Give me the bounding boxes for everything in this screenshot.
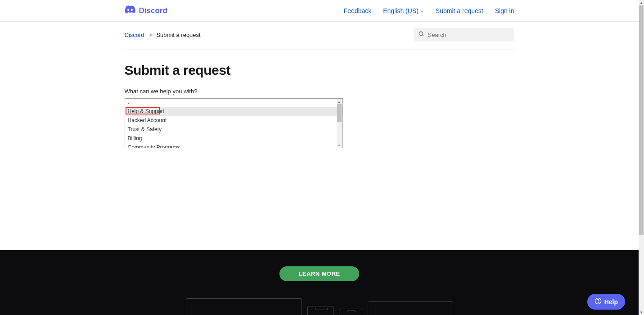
tablet-illustration: [368, 301, 453, 315]
scroll-up-arrow-icon[interactable]: ▲: [639, 0, 644, 5]
header-nav: Feedback English (US) ⌄ Submit a request…: [344, 7, 514, 14]
dropdown-option-billing[interactable]: Billing: [125, 134, 342, 143]
dropdown-option-community-programs[interactable]: Community Programs: [125, 143, 342, 148]
help-widget-label: Help: [604, 298, 618, 306]
dropdown-scrollbar[interactable]: ▲ ▼: [337, 99, 342, 147]
dropdown-list: Help & Support Hacked Account Trust & Sa…: [125, 107, 342, 148]
page-title: Submit a request: [125, 63, 514, 78]
phone-illustration-1: [307, 306, 333, 315]
dropdown-option-trust-safety[interactable]: Trust & Safety: [125, 125, 342, 134]
discord-icon: [125, 5, 135, 16]
browser-scroll-thumb[interactable]: [639, 5, 644, 235]
nav-language-label: English (US): [383, 7, 419, 14]
breadcrumb-current: Submit a request: [156, 32, 200, 38]
header: Discord Feedback English (US) ⌄ Submit a…: [0, 0, 639, 22]
svg-line-1: [422, 35, 423, 37]
search-icon: [418, 31, 424, 39]
scroll-down-arrow-icon[interactable]: ▼: [639, 310, 644, 315]
breadcrumb-separator: >: [149, 32, 152, 38]
brand-text: Discord: [139, 6, 167, 15]
svg-point-0: [419, 32, 423, 35]
search-box[interactable]: [414, 28, 514, 41]
device-illustrations: [186, 298, 453, 315]
breadcrumb-home[interactable]: Discord: [125, 32, 144, 38]
nav-sign-in[interactable]: Sign in: [495, 7, 514, 14]
brand-logo[interactable]: Discord: [125, 5, 167, 16]
scroll-down-icon[interactable]: ▼: [337, 143, 342, 147]
dropdown-selected[interactable]: -: [125, 99, 342, 107]
question-label: What can we help you with?: [125, 88, 514, 95]
nav-feedback[interactable]: Feedback: [344, 7, 371, 14]
svg-point-3: [598, 302, 598, 303]
footer: LEARN MORE: [0, 250, 639, 315]
nav-submit-request[interactable]: Submit a request: [436, 7, 483, 14]
scroll-up-icon[interactable]: ▲: [337, 99, 342, 104]
dropdown-selected-value: -: [128, 100, 130, 106]
help-topic-dropdown[interactable]: - Help & Support Hacked Account Trust & …: [125, 98, 343, 148]
help-widget[interactable]: Help: [587, 294, 625, 310]
dropdown-option-hacked-account[interactable]: Hacked Account: [125, 116, 342, 125]
chevron-down-icon: ⌄: [420, 8, 424, 13]
nav-language[interactable]: English (US) ⌄: [383, 7, 424, 14]
browser-scrollbar[interactable]: ▲ ▼: [639, 0, 644, 315]
search-input[interactable]: [428, 32, 510, 38]
help-icon: [594, 297, 602, 306]
laptop-illustration: [186, 298, 302, 315]
phone-illustration-2: [339, 309, 362, 315]
learn-more-button[interactable]: LEARN MORE: [279, 266, 359, 281]
scroll-thumb[interactable]: [337, 104, 342, 122]
breadcrumb: Discord > Submit a request: [125, 32, 201, 38]
dropdown-option-help-support[interactable]: Help & Support: [125, 107, 342, 116]
